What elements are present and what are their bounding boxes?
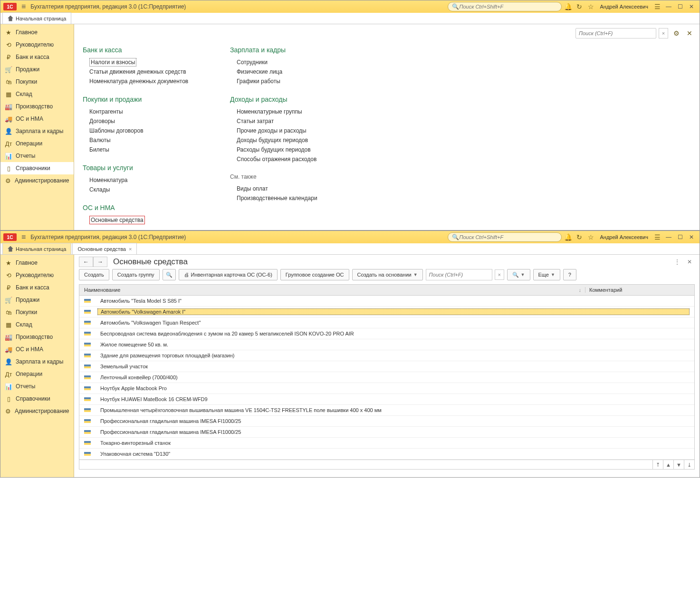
section-purchases[interactable]: Покупки и продажи <box>83 96 201 103</box>
sidebar-item-2[interactable]: ₽Банк и касса <box>0 281 74 294</box>
star-icon[interactable]: ☆ <box>585 1 596 12</box>
gear-icon[interactable]: ⚙ <box>671 28 681 38</box>
user-name-2[interactable]: Андрей Алексеевич <box>597 234 651 240</box>
tab-home[interactable]: Начальная страница <box>2 12 71 24</box>
section-income[interactable]: Доходы и расходы <box>230 96 349 103</box>
link-os-main[interactable]: Основные средства <box>89 215 201 225</box>
scroll-up-icon[interactable]: ▲ <box>663 460 673 470</box>
menu-icon[interactable]: ☰ <box>652 1 662 12</box>
nav-link[interactable]: Расходы будущих периодов <box>237 145 349 154</box>
grid-header[interactable]: Наименование ↓ Комментарий <box>79 284 695 296</box>
table-row[interactable]: Ноутбук HUAWEI MateBook 16 CREM-WFD9 <box>79 394 694 405</box>
section-goods[interactable]: Товары и услуги <box>83 164 201 172</box>
content-search[interactable] <box>575 28 656 38</box>
maximize-icon[interactable]: ☐ <box>675 1 685 12</box>
nav-forward-button[interactable]: → <box>93 257 107 267</box>
scroll-top-icon[interactable]: ⤒ <box>652 460 663 470</box>
column-comment[interactable]: Комментарий <box>589 287 622 293</box>
nav-link[interactable]: Билеты <box>89 145 201 154</box>
tab-home-2[interactable]: Начальная страница <box>2 243 71 254</box>
close-panel-icon[interactable]: ✕ <box>684 28 695 38</box>
sidebar-item-7[interactable]: 🚚ОС и НМА <box>0 343 74 355</box>
sidebar-item-10[interactable]: 📊Отчеты <box>0 380 74 393</box>
global-search-input-2[interactable] <box>459 234 557 240</box>
more-button[interactable]: Еще ▼ <box>533 269 560 280</box>
list-search-input[interactable] <box>429 272 489 278</box>
nav-link[interactable]: Склады <box>89 185 201 194</box>
sidebar-item-8[interactable]: 👤Зарплата и кадры <box>0 355 74 368</box>
nav-link[interactable]: Графики работы <box>237 77 349 86</box>
sidebar-item-2[interactable]: ₽Банк и касса <box>0 51 74 63</box>
sidebar-item-12[interactable]: ⚙Администрирование <box>0 405 74 417</box>
sidebar-item-11[interactable]: ▯Справочники <box>0 162 74 174</box>
sidebar-item-11[interactable]: ▯Справочники <box>0 393 74 405</box>
table-row[interactable]: Профессиональная гладильная машина IMESA… <box>79 427 694 438</box>
burger-icon[interactable]: ≡ <box>21 2 26 11</box>
section-os[interactable]: ОС и НМА <box>83 204 201 211</box>
table-row[interactable]: Беспроводная система видеонаблюдения с з… <box>79 328 694 339</box>
nav-link[interactable]: Физические лица <box>237 67 349 77</box>
table-row[interactable]: Автомобиль "Volkswagen Amarok I" <box>79 307 694 317</box>
sidebar-item-9[interactable]: ДтОперации <box>0 368 74 380</box>
nav-link[interactable]: Номенклатурные группы <box>237 107 349 116</box>
sort-icon[interactable]: ↓ <box>579 287 582 293</box>
clear-search-icon[interactable]: × <box>659 28 668 38</box>
table-row[interactable]: Упаковочная система "D130" <box>79 449 694 460</box>
table-row[interactable]: Токарно-винторезный станок <box>79 438 694 449</box>
tab-os[interactable]: Основные средства× <box>72 243 137 254</box>
nav-link[interactable]: Доходы будущих периодов <box>237 135 349 145</box>
scroll-down-icon[interactable]: ▼ <box>673 460 684 470</box>
nav-link[interactable]: Способы отражения расходов <box>237 154 349 164</box>
section-bank[interactable]: Банк и касса <box>83 46 201 54</box>
global-search-input[interactable] <box>459 4 557 10</box>
nav-link[interactable]: Номенклатура денежных документов <box>89 77 201 86</box>
sidebar-item-8[interactable]: 👤Зарплата и кадры <box>0 125 74 137</box>
section-salary[interactable]: Зарплата и кадры <box>230 46 349 54</box>
nav-link[interactable]: Прочие доходы и расходы <box>237 126 349 135</box>
nav-link[interactable]: Виды оплат <box>237 184 349 193</box>
nav-link[interactable]: Статьи затрат <box>237 116 349 126</box>
sidebar-item-4[interactable]: 🛍Покупки <box>0 76 74 88</box>
table-row[interactable]: Жилое помещение 50 кв. м. <box>79 339 694 350</box>
table-row[interactable]: Профессиональная гладильная машина IMESA… <box>79 416 694 427</box>
table-row[interactable]: Ноутбук Apple Macbook Pro <box>79 383 694 394</box>
sidebar-item-4[interactable]: 🛍Покупки <box>0 306 74 318</box>
history-icon[interactable]: ↻ <box>574 1 585 12</box>
nav-link[interactable]: Статьи движения денежных средств <box>89 67 201 77</box>
tab-close-icon[interactable]: × <box>129 246 132 252</box>
find-button[interactable]: 🔍 <box>163 269 176 280</box>
kebab-icon[interactable]: ⋮ <box>672 257 682 267</box>
sidebar-item-7[interactable]: 🚚ОС и НМА <box>0 113 74 125</box>
nav-link[interactable]: Шаблоны договоров <box>89 126 201 135</box>
table-row[interactable]: Автомобиль "Tesla Model S S85 I" <box>79 296 694 307</box>
help-button[interactable]: ? <box>563 269 576 280</box>
global-search[interactable]: 🔍 <box>448 2 562 11</box>
content-search-input[interactable] <box>579 30 653 36</box>
group-create-button[interactable]: Групповое создание ОС <box>280 269 349 280</box>
table-row[interactable]: Промышленная четырёхголовочная вышивальн… <box>79 405 694 416</box>
sidebar-item-1[interactable]: ⟲Руководителю <box>0 38 74 51</box>
close-icon[interactable]: ✕ <box>686 1 697 12</box>
clear-list-search-icon[interactable]: × <box>495 269 504 280</box>
search-dropdown-button[interactable]: 🔍 ▼ <box>507 269 530 280</box>
sidebar-item-6[interactable]: 🏭Производство <box>0 100 74 113</box>
list-search[interactable] <box>426 269 492 280</box>
sidebar-item-9[interactable]: ДтОперации <box>0 137 74 150</box>
nav-link[interactable]: Производственные календари <box>237 193 349 203</box>
user-name[interactable]: Андрей Алексеевич <box>597 4 651 10</box>
sidebar-item-5[interactable]: ▦Склад <box>0 88 74 100</box>
close-page-icon[interactable]: ✕ <box>684 257 695 267</box>
table-row[interactable]: Здание для размещения торговых площадей … <box>79 350 694 361</box>
sidebar-item-6[interactable]: 🏭Производство <box>0 331 74 343</box>
nav-link[interactable]: Контрагенты <box>89 107 201 116</box>
create-based-button[interactable]: Создать на основании ▼ <box>352 269 423 280</box>
sidebar-item-0[interactable]: ★Главное <box>0 257 74 269</box>
sidebar-item-0[interactable]: ★Главное <box>0 26 74 38</box>
column-name[interactable]: Наименование <box>84 287 120 293</box>
sidebar-item-12[interactable]: ⚙Администрирование <box>0 174 74 187</box>
sidebar-item-10[interactable]: 📊Отчеты <box>0 150 74 162</box>
nav-link[interactable]: Валюты <box>89 135 201 145</box>
create-group-button[interactable]: Создать группу <box>112 269 160 280</box>
minimize-icon[interactable]: — <box>663 1 674 12</box>
print-card-button[interactable]: 🖨 Инвентарная карточка ОС (ОС-6) <box>179 269 278 280</box>
